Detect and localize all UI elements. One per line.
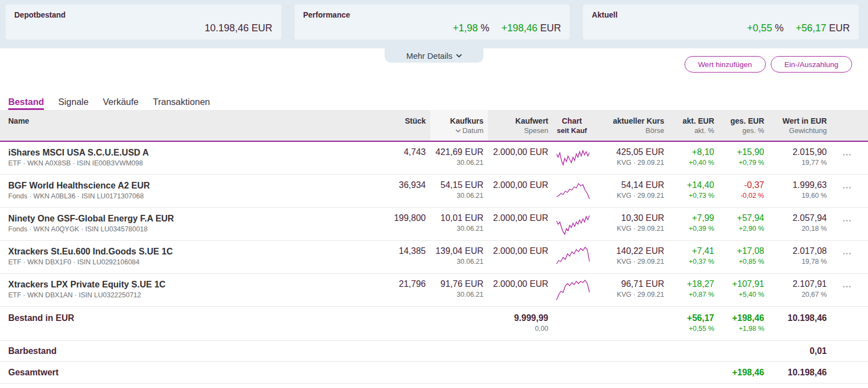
position-info: Fonds · WKN A0QYGK · ISIN LU0345780018: [8, 224, 375, 235]
ges-eur-cell: +57,94+2,90 %: [719, 208, 769, 240]
mehr-details-toggle[interactable]: Mehr Details: [385, 48, 483, 63]
depotbestand-label: Depotbestand: [14, 10, 272, 19]
aktuell-amount: +56,17: [795, 23, 826, 34]
tab-transaktionen[interactable]: Transaktionen: [153, 97, 210, 110]
position-info: ETF · WKN DBX1F0 · ISIN LU0292106084: [8, 257, 375, 268]
wert-cell: 2.057,9420,18 %: [769, 208, 831, 240]
header-akt-eur[interactable]: akt. EURakt. %: [669, 110, 719, 141]
table-header: Name Stück Kaufkurs Datum KaufwertSpesen…: [0, 110, 868, 142]
wert-cell: 1.999,6319,60 %: [769, 175, 831, 207]
header-kaufwert[interactable]: KaufwertSpesen: [488, 110, 553, 141]
position-name-cell: Xtrackers LPX Private Equity S.UE 1C ETF…: [0, 274, 379, 306]
kaufwert-cell: 2.000,00 EUR: [488, 142, 553, 174]
position-name-cell: iShares MSCI USA S.C.U.E.USD A ETF · WKN…: [0, 142, 379, 174]
aktuell-percent: +0,55: [747, 23, 772, 34]
barbestand-row: Barbestand 0,01: [0, 341, 868, 362]
totals-akt-eur: +56,17+0,55 %: [669, 307, 719, 340]
kaufwert-cell: 2.000,00 EUR: [488, 241, 553, 273]
sparkline-chart[interactable]: [553, 175, 599, 207]
wert-cell: 2.017,0819,78 %: [769, 241, 831, 273]
position-name: Ninety One GSF-Global Energy F.A EUR: [8, 213, 375, 224]
row-menu-button[interactable]: •••: [831, 208, 868, 240]
header-stueck[interactable]: Stück: [379, 110, 430, 141]
gesamtwert-wert: 10.198,46: [769, 367, 831, 378]
tab-bar: Bestand Signale Verkäufe Transaktionen: [0, 87, 868, 110]
aktueller-kurs-cell: 140,22 EURKVG · 29.09.21: [599, 241, 669, 273]
totals-bestand-label: Bestand in EUR: [0, 307, 379, 340]
position-name-cell: BGF World Healthscience A2 EUR Fonds · W…: [0, 175, 379, 207]
position-info: ETF · WKN DBX1AN · ISIN LU0322250712: [8, 290, 375, 301]
tab-signale[interactable]: Signale: [58, 97, 88, 110]
kaufkurs-cell: 10,01 EUR30.06.21: [430, 208, 488, 240]
aktueller-kurs-cell: 425,05 EURKVG · 29.09.21: [599, 142, 669, 174]
stueck-cell: 4,743: [379, 142, 430, 174]
performance-amount: +198,46: [502, 23, 538, 34]
header-name[interactable]: Name: [0, 110, 379, 141]
totals-bestand-row: Bestand in EUR 9.999,990,00 +56,17+0,55 …: [0, 307, 868, 341]
performance-amount-unit: EUR: [540, 23, 561, 34]
add-value-button[interactable]: Wert hinzufügen: [685, 56, 766, 73]
aktuell-amount-unit: EUR: [829, 23, 850, 34]
barbestand-label: Barbestand: [0, 346, 379, 357]
header-ges-eur[interactable]: ges. EURges. %: [719, 110, 769, 141]
sparkline-chart[interactable]: [553, 274, 599, 306]
stueck-cell: 14,385: [379, 241, 430, 273]
header-wert-in-eur[interactable]: Wert in EURGewichtung: [769, 110, 831, 141]
position-name-cell: Xtrackers St.Eu.600 Ind.Goods S.UE 1C ET…: [0, 241, 379, 273]
aktueller-kurs-cell: 10,30 EURKVG · 29.09.21: [599, 208, 669, 240]
position-name: iShares MSCI USA S.C.U.E.USD A: [8, 147, 375, 158]
aktuell-card: Aktuell +0,55 %+56,17 EUR: [583, 4, 859, 40]
wert-cell: 2.107,9120,67 %: [769, 274, 831, 306]
position-name: BGF World Healthscience A2 EUR: [8, 180, 375, 191]
tab-bestand[interactable]: Bestand: [8, 97, 44, 110]
position-info: Fonds · WKN A0BL36 · ISIN LU0171307068: [8, 191, 375, 202]
mehr-details-label: Mehr Details: [406, 51, 452, 60]
akt-eur-cell: +7,99+0,39 %: [669, 208, 719, 240]
ges-eur-cell: +15,90+0,79 %: [719, 142, 769, 174]
gesamtwert-ges: +198,46: [719, 367, 769, 378]
row-menu-button[interactable]: •••: [831, 241, 868, 273]
gesamtwert-label: Gesamtwert: [0, 367, 379, 378]
table-row[interactable]: Xtrackers St.Eu.600 Ind.Goods S.UE 1C ET…: [0, 241, 868, 274]
sparkline-chart[interactable]: [553, 142, 599, 174]
position-name-cell: Ninety One GSF-Global Energy F.A EUR Fon…: [0, 208, 379, 240]
deposit-withdraw-button[interactable]: Ein-/Auszahlung: [771, 56, 852, 73]
row-menu-button[interactable]: •••: [831, 175, 868, 207]
position-info: ETF · WKN A0X8SB · ISIN IE00B3VWM098: [8, 158, 375, 169]
summary-strip: Depotbestand 10.198,46 EUR Performance +…: [0, 0, 868, 48]
aktueller-kurs-cell: 96,71 EURKVG · 29.09.21: [599, 274, 669, 306]
depotbestand-value: 10.198,46 EUR: [14, 23, 272, 34]
header-kaufkurs[interactable]: Kaufkurs Datum: [430, 110, 488, 141]
stueck-cell: 36,934: [379, 175, 430, 207]
ges-eur-cell: +107,91+5,40 %: [719, 274, 769, 306]
performance-card: Performance +1,98 %+198,46 EUR: [294, 4, 570, 40]
table-row[interactable]: BGF World Healthscience A2 EUR Fonds · W…: [0, 175, 868, 208]
sparkline-chart[interactable]: [553, 208, 599, 240]
table-row[interactable]: Ninety One GSF-Global Energy F.A EUR Fon…: [0, 208, 868, 241]
performance-value: +1,98 %+198,46 EUR: [303, 23, 561, 34]
portfolio-table: Name Stück Kaufkurs Datum KaufwertSpesen…: [0, 110, 868, 384]
kaufkurs-cell: 91,76 EUR30.06.21: [430, 274, 488, 306]
tab-verkaeufe[interactable]: Verkäufe: [103, 97, 138, 110]
totals-ges-eur: +198,46+1,98 %: [719, 307, 769, 340]
aktueller-kurs-cell: 54,14 EURKVG · 29.09.21: [599, 175, 669, 207]
row-menu-button[interactable]: •••: [831, 274, 868, 306]
gesamtwert-row: Gesamtwert +198,46 10.198,46: [0, 362, 868, 384]
totals-kaufwert: 9.999,990,00: [488, 307, 553, 340]
header-chart[interactable]: Chartseit Kauf: [553, 110, 599, 141]
kaufkurs-cell: 421,69 EUR30.06.21: [430, 142, 488, 174]
wert-cell: 2.015,9019,77 %: [769, 142, 831, 174]
akt-eur-cell: +18,27+0,87 %: [669, 274, 719, 306]
performance-label: Performance: [303, 10, 561, 19]
performance-percent: +1,98: [453, 23, 478, 34]
header-aktueller-kurs[interactable]: aktueller KursBörse: [599, 110, 669, 141]
header-menu-spacer: [831, 110, 868, 141]
table-row[interactable]: Xtrackers LPX Private Equity S.UE 1C ETF…: [0, 274, 868, 307]
barbestand-wert: 0,01: [769, 346, 831, 357]
sparkline-chart[interactable]: [553, 241, 599, 273]
kaufkurs-cell: 139,04 EUR30.06.21: [430, 241, 488, 273]
row-menu-button[interactable]: •••: [831, 142, 868, 174]
chevron-down-icon: [456, 54, 462, 58]
kaufwert-cell: 2.000,00 EUR: [488, 175, 553, 207]
table-row[interactable]: iShares MSCI USA S.C.U.E.USD A ETF · WKN…: [0, 142, 868, 175]
